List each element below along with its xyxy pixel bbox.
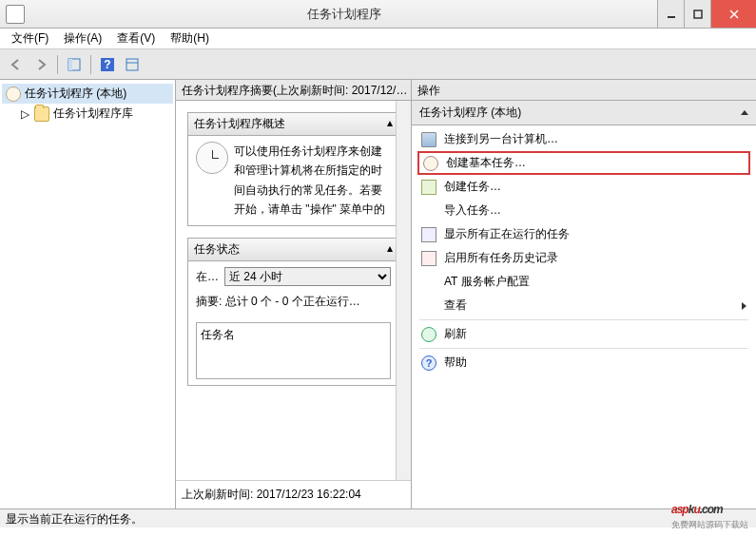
action-refresh-label: 刷新 (444, 326, 467, 342)
menu-bar: 文件(F) 操作(A) 查看(V) 帮助(H) (0, 29, 756, 49)
account-icon (421, 275, 436, 290)
scrollbar[interactable] (396, 101, 411, 480)
menu-view[interactable]: 查看(V) (109, 29, 163, 48)
folder-icon (34, 106, 49, 122)
watermark-asp: asp (671, 503, 688, 516)
action-at-account-label: AT 服务帐户配置 (444, 274, 530, 290)
view-icon (421, 298, 436, 314)
overview-title: 任务计划程序概述 (194, 116, 285, 132)
tree-root-label: 任务计划程序 (本地) (25, 86, 126, 102)
status-bar: 显示当前正在运行的任务。 (0, 508, 756, 527)
action-import-task[interactable]: 导入任务… (412, 199, 756, 222)
status-section: 任务状态 ▴ 在… 近 24 小时 摘要: 总计 0 个 - 0 个正在运行… … (187, 238, 399, 387)
svg-rect-5 (68, 59, 72, 70)
actions-title: 任务计划程序 (本地) (419, 105, 521, 121)
overview-body: 可以使用任务计划程序来创建和管理计算机将在所指定的时间自动执行的常见任务。若要开… (188, 136, 398, 225)
refresh-icon (421, 327, 436, 342)
summary-body: 任务计划程序概述 ▴ 可以使用任务计划程序来创建和管理计算机将在所指定的时间自动… (176, 101, 411, 480)
main-area: 任务计划程序 (本地) ▷ 任务计划程序库 任务计划程序摘要(上次刷新时间: 2… (0, 80, 756, 508)
overview-section-header[interactable]: 任务计划程序概述 ▴ (188, 113, 398, 136)
action-help[interactable]: ? 帮助 (412, 351, 756, 374)
status-period-select[interactable]: 近 24 小时 (224, 267, 391, 286)
scheduler-icon (6, 86, 21, 102)
status-label: 在… (196, 267, 219, 286)
show-hide-tree-button[interactable] (64, 54, 85, 75)
maximize-button[interactable] (684, 0, 710, 28)
task-name-header: 任务名 (201, 328, 235, 341)
menu-action[interactable]: 操作(A) (56, 29, 109, 48)
collapse-up-icon[interactable] (741, 110, 748, 115)
toolbar-separator (57, 55, 58, 74)
status-title: 任务状态 (194, 241, 240, 258)
overview-section: 任务计划程序概述 ▴ 可以使用任务计划程序来创建和管理计算机将在所指定的时间自动… (187, 112, 399, 226)
window-title: 任务计划程序 (30, 6, 657, 23)
action-at-account[interactable]: AT 服务帐户配置 (412, 270, 756, 294)
collapse-icon-2[interactable]: ▴ (387, 241, 393, 258)
action-show-running[interactable]: 显示所有正在运行的任务 (412, 222, 756, 246)
svg-rect-1 (694, 10, 702, 18)
last-refresh-footer: 上次刷新时间: 2017/12/23 16:22:04 (176, 480, 411, 508)
action-view-label: 查看 (444, 297, 467, 314)
svg-text:?: ? (104, 58, 110, 71)
task-name-box: 任务名 (196, 322, 391, 379)
svg-rect-8 (126, 59, 138, 70)
actions-header: 操作 (412, 80, 756, 101)
menu-help[interactable]: 帮助(H) (163, 29, 217, 48)
action-create-basic-task[interactable]: 创建基本任务… (417, 151, 750, 175)
action-import-label: 导入任务… (444, 202, 501, 219)
status-body: 在… 近 24 小时 摘要: 总计 0 个 - 0 个正在运行… 任务名 (188, 261, 398, 386)
action-divider (419, 319, 748, 320)
status-section-header[interactable]: 任务状态 ▴ (188, 239, 398, 261)
collapse-icon[interactable]: ▴ (387, 116, 393, 132)
properties-toolbar-button[interactable] (122, 54, 143, 75)
action-create-task[interactable]: 创建任务… (412, 175, 756, 199)
action-enable-history[interactable]: 启用所有任务历史记录 (412, 246, 756, 270)
import-icon (421, 203, 436, 219)
navigation-tree: 任务计划程序 (本地) ▷ 任务计划程序库 (0, 80, 176, 508)
toolbar: ? (0, 49, 756, 80)
action-divider-2 (419, 348, 748, 349)
tree-root-node[interactable]: 任务计划程序 (本地) (2, 84, 173, 104)
help-toolbar-button[interactable]: ? (97, 54, 118, 75)
action-refresh[interactable]: 刷新 (412, 322, 756, 346)
menu-file[interactable]: 文件(F) (4, 29, 56, 48)
watermark-ext: .com (700, 503, 723, 516)
forward-button[interactable] (30, 54, 51, 75)
status-text: 显示当前正在运行的任务。 (6, 512, 143, 526)
close-button[interactable] (710, 0, 756, 28)
minimize-button[interactable] (657, 0, 684, 28)
clock-icon (196, 142, 228, 174)
watermark-sub: 免费网站源码下载站 (671, 519, 748, 531)
action-create-label: 创建任务… (444, 179, 501, 195)
watermark: aspku.com 免费网站源码下载站 (671, 492, 748, 531)
clock-task-icon (423, 156, 438, 171)
status-summary: 摘要: 总计 0 个 - 0 个正在运行… (196, 292, 391, 311)
submenu-arrow-icon (742, 302, 746, 310)
actions-title-bar: 任务计划程序 (本地) (412, 101, 756, 125)
summary-header: 任务计划程序摘要(上次刷新时间: 2017/12/… (176, 80, 411, 101)
action-connect-label: 连接到另一台计算机… (444, 131, 558, 147)
help-icon: ? (421, 355, 436, 371)
action-enable-history-label: 启用所有任务历史记录 (444, 250, 558, 266)
window-titlebar: 任务计划程序 (0, 0, 756, 29)
tree-library-node[interactable]: ▷ 任务计划程序库 (2, 104, 173, 124)
overview-text: 可以使用任务计划程序来创建和管理计算机将在所指定的时间自动执行的常见任务。若要开… (234, 142, 391, 220)
summary-panel: 任务计划程序摘要(上次刷新时间: 2017/12/… 任务计划程序概述 ▴ 可以… (176, 80, 412, 508)
actions-panel: 操作 任务计划程序 (本地) 连接到另一台计算机… 创建基本任务… 创建任务… … (412, 80, 756, 508)
task-icon (421, 180, 436, 195)
tree-library-label: 任务计划程序库 (53, 105, 133, 122)
expand-icon[interactable]: ▷ (19, 107, 30, 121)
action-create-basic-label: 创建基本任务… (446, 155, 526, 171)
toolbar-separator-2 (90, 55, 91, 74)
display-icon (421, 227, 436, 242)
window-controls (657, 0, 756, 28)
action-view[interactable]: 查看 (412, 294, 756, 317)
history-icon (421, 251, 436, 266)
back-button[interactable] (6, 54, 27, 75)
action-show-running-label: 显示所有正在运行的任务 (444, 226, 570, 242)
computer-icon (421, 132, 436, 147)
actions-list: 连接到另一台计算机… 创建基本任务… 创建任务… 导入任务… 显示所有正在运行的… (412, 125, 756, 376)
app-icon (6, 5, 25, 24)
action-help-label: 帮助 (444, 355, 467, 371)
action-connect-computer[interactable]: 连接到另一台计算机… (412, 127, 756, 151)
